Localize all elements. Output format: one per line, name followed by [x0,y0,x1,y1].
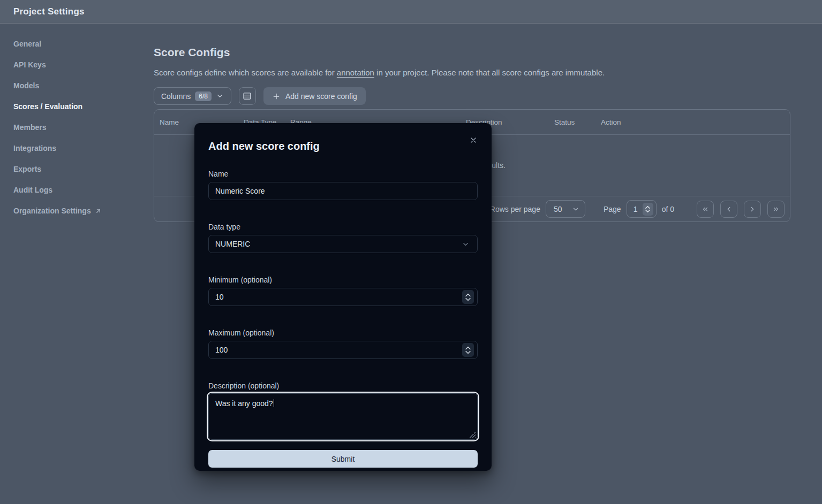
maximum-field-group: Maximum (optional) 100 [208,329,478,359]
rows-per-page-select[interactable]: 50 [546,200,585,218]
name-input[interactable]: Numeric Score [208,182,478,200]
add-score-config-dialog: Add new score config Name Numeric Score … [194,123,492,471]
submit-button[interactable]: Submit [208,450,478,468]
chevron-down-icon [572,205,579,213]
annotation-link[interactable]: annotation [337,68,374,77]
resize-handle[interactable] [470,432,476,438]
chevron-down-icon [462,240,470,248]
sidebar-item-general[interactable]: General [0,33,140,54]
description-label: Description (optional) [208,381,478,390]
name-field-group: Name Numeric Score [208,170,478,200]
sidebar-item-members[interactable]: Members [0,117,140,138]
minimum-field-group: Minimum (optional) 10 [208,276,478,306]
description-field-group: Description (optional) Was it any good? [208,381,478,440]
maximum-stepper[interactable] [462,343,474,357]
maximum-input[interactable]: 100 [208,341,478,359]
add-score-config-button[interactable]: Add new score config [263,87,366,105]
sidebar-item-audit-logs[interactable]: Audit Logs [0,179,140,200]
data-type-label: Data type [208,223,478,231]
table-toolbar: Columns 6/8 Add new score config [154,87,791,105]
data-type-select[interactable]: NUMERIC [208,235,478,253]
row-height-button[interactable] [239,87,256,105]
table-rows-icon [243,91,252,101]
page-number-input[interactable]: 1 [627,200,657,218]
minimum-stepper[interactable] [462,290,474,304]
rows-per-page-label: Rows per page [490,205,540,213]
columns-dropdown-button[interactable]: Columns 6/8 [154,87,231,105]
chevron-down-icon [216,92,224,100]
next-page-button[interactable] [744,201,761,218]
dialog-title: Add new score config [208,140,478,152]
section-description: Score configs define which scores are av… [154,68,791,77]
external-link-icon [95,208,102,215]
page-title: Project Settings [13,6,85,17]
topbar: Project Settings [0,0,822,24]
last-page-button[interactable] [767,201,785,218]
page-count-label: of 0 [662,205,674,213]
page-stepper[interactable] [643,203,653,216]
close-icon[interactable] [467,134,480,147]
text-cursor [274,399,274,407]
minimum-label: Minimum (optional) [208,276,478,284]
column-header-status: Status [554,118,601,126]
columns-count-badge: 6/8 [195,91,212,101]
sidebar-item-organization-settings[interactable]: Organization Settings [0,200,140,221]
data-type-field-group: Data type NUMERIC [208,223,478,253]
first-page-button[interactable] [697,201,714,218]
sidebar-item-exports[interactable]: Exports [0,158,140,179]
sidebar-item-scores-evaluation[interactable]: Scores / Evaluation [0,96,140,117]
column-header-action: Action [601,118,790,126]
plus-icon [272,92,281,101]
page-label: Page [604,205,621,213]
maximum-label: Maximum (optional) [208,329,478,337]
sidebar-item-integrations[interactable]: Integrations [0,138,140,158]
minimum-input[interactable]: 10 [208,288,478,306]
previous-page-button[interactable] [720,201,737,218]
settings-sidebar: General API Keys Models Scores / Evaluat… [0,33,140,221]
sidebar-item-api-keys[interactable]: API Keys [0,54,140,75]
section-title: Score Configs [154,46,791,59]
sidebar-item-models[interactable]: Models [0,75,140,96]
description-textarea[interactable]: Was it any good? [208,393,478,440]
name-label: Name [208,170,478,178]
